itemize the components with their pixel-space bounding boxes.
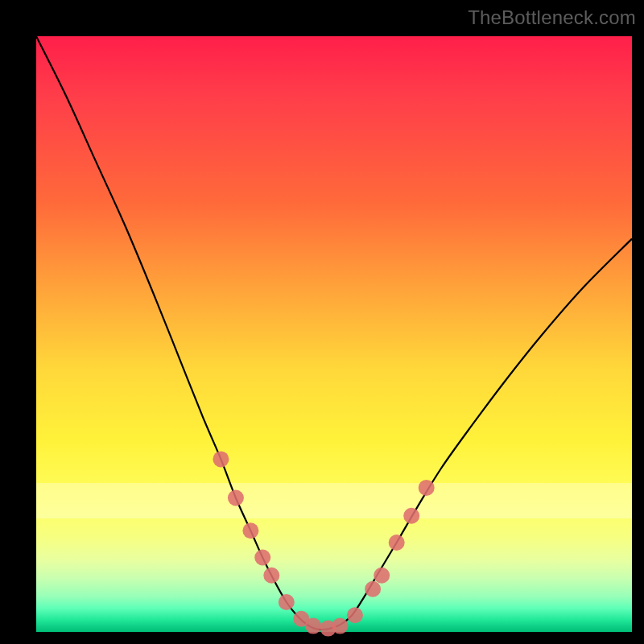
watermark-text: TheBottleneck.com [468,6,636,29]
plot-area [36,36,632,632]
data-marker [263,568,279,584]
data-marker [305,618,321,634]
data-marker [213,451,229,467]
data-marker [242,522,258,539]
data-marker [347,607,363,623]
data-marker [389,535,405,551]
chart-container: TheBottleneck.com [0,0,644,644]
data-marker [403,508,419,524]
data-marker [419,480,435,496]
data-marker [228,490,244,506]
data-marker [254,550,270,566]
bottleneck-curve [36,36,632,630]
data-marker [332,618,348,634]
data-marker [365,581,381,597]
data-marker [374,568,390,584]
marker-group [213,451,434,636]
data-marker [279,594,295,610]
chart-svg [36,36,632,632]
